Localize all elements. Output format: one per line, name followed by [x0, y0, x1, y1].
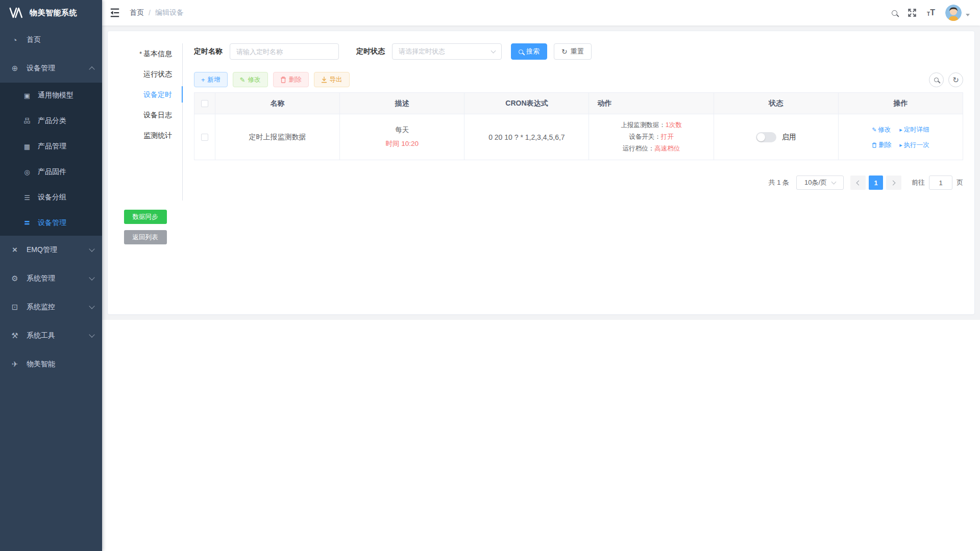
col-operation: 操作: [838, 93, 963, 114]
refresh-icon: ↻: [561, 48, 568, 55]
chevron-up-icon: [89, 66, 94, 72]
row-run-once-link[interactable]: ▸ 执行一次: [899, 141, 929, 149]
sidebar-item-device-management[interactable]: ⊕ 设备管理: [0, 54, 102, 83]
breadcrumb-separator: /: [149, 9, 151, 17]
breadcrumb-current: 编辑设备: [155, 8, 184, 17]
search-icon: [519, 49, 523, 54]
topbar: 首页 / 编辑设备 TT: [102, 0, 980, 26]
device-icon: ⊕: [10, 64, 19, 73]
logo-icon: [9, 7, 24, 19]
device-management-submenu: ▣ 通用物模型 品 产品分类 ▦ 产品管理 ◎ 产品固件 ☰ 设备分组 〓 设备…: [0, 83, 102, 236]
tab-monitor-statistics[interactable]: 监测统计: [108, 125, 182, 145]
tab-device-timer[interactable]: 设备定时: [108, 84, 182, 105]
table-toolbar: + 新增 ✎ 修改 删除: [194, 72, 963, 87]
cell-description: 每天 时间 10:20: [340, 114, 464, 160]
timer-name-input[interactable]: [230, 43, 339, 60]
row-timer-detail-link[interactable]: ▸ 定时详细: [899, 126, 929, 134]
tab-running-status[interactable]: 运行状态: [108, 64, 182, 84]
chevron-down-icon: [89, 274, 94, 280]
gear-icon: ⚙: [10, 274, 19, 283]
sidebar-item-home[interactable]: ◔ 首页: [0, 26, 102, 54]
edit-button[interactable]: ✎ 修改: [233, 72, 268, 87]
user-menu[interactable]: [945, 5, 970, 21]
search-icon: [934, 78, 939, 82]
timer-status-select[interactable]: 请选择定时状态: [392, 43, 502, 60]
sidebar-item-emq-management[interactable]: × EMQ管理: [0, 236, 102, 264]
cell-cron: 0 20 10 ? * 1,2,3,4,5,6,7: [464, 114, 589, 160]
search-button[interactable]: 搜索: [511, 43, 547, 60]
device-tabs-column: *基本信息 运行状态 设备定时 设备日志 监测统计: [108, 31, 183, 314]
next-page-button[interactable]: [886, 176, 901, 190]
goto-page-input[interactable]: [929, 176, 952, 190]
pagination: 共 1 条 10条/页 1 前往 页: [194, 176, 963, 190]
row-delete-link[interactable]: 删除: [872, 141, 891, 149]
show-search-toggle-button[interactable]: [929, 72, 944, 87]
row-edit-link[interactable]: ✎ 修改: [872, 126, 891, 134]
tab-device-log[interactable]: 设备日志: [108, 105, 182, 125]
row-checkbox[interactable]: [201, 134, 208, 141]
page-size-select[interactable]: 10条/页: [796, 176, 844, 190]
export-button[interactable]: 导出: [314, 72, 350, 87]
delete-button[interactable]: 删除: [273, 72, 309, 87]
goto-label: 前往: [912, 178, 925, 187]
chevron-left-icon: [856, 180, 862, 185]
emq-icon: ×: [10, 245, 19, 255]
pencil-icon: ✎: [240, 77, 246, 83]
sidebar-item-product-management[interactable]: ▦ 产品管理: [0, 134, 102, 159]
topbar-actions: TT: [892, 5, 970, 21]
caret-down-icon: [966, 14, 970, 16]
chevron-right-icon: [891, 180, 896, 185]
pencil-icon: ✎: [872, 127, 876, 133]
sidebar-item-device-management-sub[interactable]: 〓 设备管理: [0, 210, 102, 236]
sidebar-item-product-category[interactable]: 品 产品分类: [0, 108, 102, 134]
breadcrumb-home[interactable]: 首页: [130, 8, 144, 17]
col-cron: CRON表达式: [464, 93, 589, 114]
font-size-icon[interactable]: TT: [927, 9, 935, 17]
sidebar-item-system-management[interactable]: ⚙ 系统管理: [0, 264, 102, 293]
tab-basic-info[interactable]: *基本信息: [108, 43, 182, 64]
cube-icon: ▣: [22, 92, 32, 99]
filter-form: 定时名称 定时状态 请选择定时状态 搜索 ↻: [194, 43, 963, 60]
reset-button[interactable]: ↻ 重置: [554, 43, 592, 60]
cell-status: 启用: [714, 114, 838, 160]
chevron-down-icon: [491, 48, 496, 54]
paper-plane-icon: ✈: [10, 360, 19, 369]
download-icon: [321, 77, 327, 83]
back-to-list-button[interactable]: 返回列表: [124, 230, 167, 244]
sidebar-item-product-firmware[interactable]: ◎ 产品固件: [0, 159, 102, 185]
page-1-button[interactable]: 1: [869, 176, 883, 190]
sidebar-item-system-monitor[interactable]: ⊡ 系统监控: [0, 293, 102, 321]
sidebar-item-device-group[interactable]: ☰ 设备分组: [0, 185, 102, 210]
logo[interactable]: 物美智能系统: [0, 0, 102, 26]
device-panel-card: *基本信息 运行状态 设备定时 设备日志 监测统计: [107, 31, 975, 315]
group-icon: ☰: [22, 194, 32, 202]
prev-page-button[interactable]: [850, 176, 866, 190]
search-icon[interactable]: [892, 10, 897, 16]
timer-table: 名称 描述 CRON表达式 动作 状态 操作 定时上报监测数据: [194, 92, 963, 160]
status-label: 启用: [782, 133, 796, 142]
refresh-table-button[interactable]: ↻: [948, 72, 963, 87]
data-sync-button[interactable]: 数据同步: [124, 210, 167, 224]
select-all-checkbox[interactable]: [201, 100, 208, 107]
col-description: 描述: [340, 93, 464, 114]
col-status: 状态: [714, 93, 838, 114]
sidebar-item-wumei-smart[interactable]: ✈ 物美智能: [0, 350, 102, 379]
status-toggle[interactable]: [756, 132, 776, 142]
timer-status-label: 定时状态: [356, 47, 385, 56]
app-root: 物美智能系统 ◔ 首页 ⊕ 设备管理 ▣ 通用物模型 品 产品分类 ▦ 产品管理: [0, 0, 980, 551]
cell-operation: ✎ 修改 ▸ 定时详细: [838, 114, 963, 160]
breadcrumb: 首页 / 编辑设备: [130, 8, 184, 17]
avatar[interactable]: [945, 5, 962, 21]
add-button[interactable]: + 新增: [194, 72, 228, 87]
caret-right-icon: ▸: [899, 142, 902, 148]
sidebar-fold-icon[interactable]: [109, 8, 120, 18]
sidebar-item-system-tools[interactable]: ⚒ 系统工具: [0, 321, 102, 350]
refresh-icon: ↻: [952, 76, 959, 84]
fullscreen-icon[interactable]: [908, 8, 917, 17]
app-title: 物美智能系统: [30, 8, 77, 18]
cell-name: 定时上报监测数据: [215, 114, 340, 160]
sidebar-item-thing-model[interactable]: ▣ 通用物模型: [0, 83, 102, 108]
table-row: 定时上报监测数据 每天 时间 10:20 0 20 10 ? * 1,2,3,4…: [194, 114, 963, 160]
pagination-total: 共 1 条: [769, 178, 789, 187]
chevron-down-icon: [89, 332, 94, 337]
